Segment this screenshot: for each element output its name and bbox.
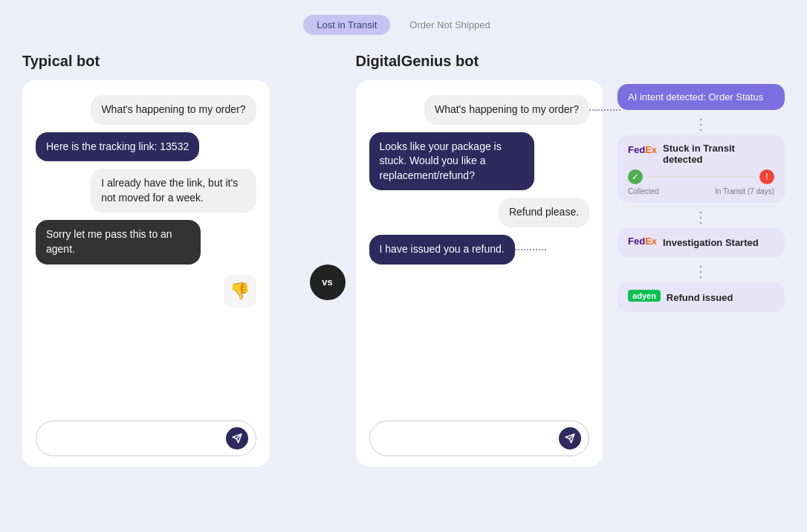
dg-bot-panel: What's happening to my order? Looks like… [356, 80, 603, 467]
dg-msg-4: I have issued you a refund. [369, 235, 515, 265]
refund-card: adyen Refund issued [618, 282, 785, 312]
dg-bot-messages: What's happening to my order? Looks like… [369, 95, 590, 413]
tracking-status-row: ✓ ! [628, 169, 774, 184]
dg-msg-1: What's happening to my order? [424, 95, 589, 125]
investigation-card: FedEx Investigation Started [618, 228, 785, 257]
collected-label: Collected [628, 187, 659, 195]
dg-bot-input-bar[interactable] [369, 421, 590, 456]
tab-lost-in-transit[interactable]: Lost in Transit [303, 15, 390, 35]
dg-msg-3: Refund please. [499, 198, 589, 227]
typical-bot-input-bar[interactable] [36, 421, 256, 456]
typical-send-button[interactable] [226, 427, 248, 450]
dg-bot-col: DigitalGenius bot What's happening to my… [356, 53, 603, 467]
typical-bot-col: Typical bot What's happening to my order… [22, 53, 270, 467]
investigation-text: Investigation Started [663, 237, 759, 248]
tracking-labels: Collected In Transit (7 days) [628, 187, 774, 195]
typical-msg-1: What's happening to my order? [91, 95, 256, 125]
vs-badge: vs [310, 265, 346, 300]
ai-intent-text: AI intent detected: Order Status [628, 91, 763, 103]
thumbs-down-icon[interactable]: 👎 [224, 275, 256, 308]
fedex-logo-1: FedEx [628, 144, 657, 158]
in-transit-label: In Transit (7 days) [715, 187, 774, 195]
typical-bot-label: Typical bot [22, 53, 270, 70]
dot-sep-3: ⋮ [618, 260, 785, 282]
stuck-transit-text: Stuck in Transit detected [663, 143, 774, 165]
typical-msg-2: Here is the tracking link: 13532 [36, 132, 199, 162]
collected-dot: ✓ [628, 169, 643, 184]
in-transit-dot: ! [759, 169, 774, 184]
dg-bot-input[interactable] [382, 433, 560, 444]
tracking-line [647, 176, 755, 178]
adyen-logo: adyen [628, 290, 661, 305]
dot-sep-1: ⋮ [618, 113, 785, 135]
typical-msg-4: Sorry let me pass this to an agent. [36, 220, 201, 264]
tab-order-not-shipped[interactable]: Order Not Shipped [396, 15, 503, 35]
typical-bot-panel: What's happening to my order? Here is th… [22, 80, 270, 467]
typical-bot-input[interactable] [48, 433, 226, 444]
dg-bot-label: DigitalGenius bot [356, 53, 603, 70]
dot-sep-2: ⋮ [618, 206, 785, 228]
dg-send-button[interactable] [559, 427, 581, 450]
stuck-transit-card: FedEx Stuck in Transit detected ✓ ! Coll… [618, 135, 785, 203]
fedex-logo-2: FedEx [628, 236, 657, 250]
typical-bot-messages: What's happening to my order? Here is th… [36, 95, 256, 413]
dg-msg-2: Looks like your package is stuck. Would … [369, 132, 534, 191]
typical-msg-3: I already have the link, but it's not mo… [91, 169, 256, 213]
refund-text: Refund issued [667, 292, 733, 303]
ai-intent-card: AI intent detected: Order Status [618, 84, 785, 110]
ai-panel: AI intent detected: Order Status ⋮ FedEx… [618, 53, 785, 315]
main-content: Typical bot What's happening to my order… [22, 53, 785, 467]
tab-bar: Lost in Transit Order Not Shipped [303, 15, 503, 35]
